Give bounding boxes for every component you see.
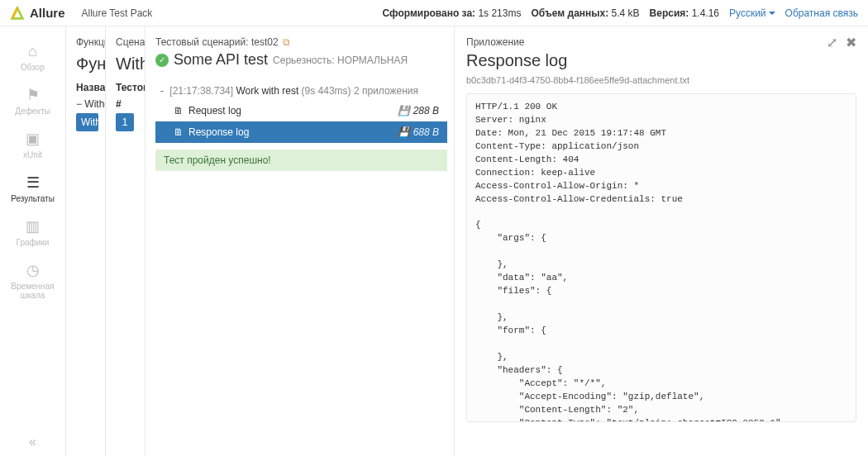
scen-tabs[interactable]: Сценарии [116,36,138,48]
gen-label: Сформировано за: [383,7,476,19]
attachment-request-log[interactable]: 🗎 Request log 💾288 B [155,100,447,121]
attachment-size: 288 B [413,105,439,116]
feedback-link[interactable]: Обратная связь [785,7,858,19]
close-icon[interactable]: ✖ [846,35,856,50]
ver-value: 1.4.16 [692,7,719,19]
step-name: Work with rest [236,85,298,97]
severity-value: НОРМАЛЬНАЯ [337,55,408,66]
attach-body[interactable]: HTTP/1.1 200 OK Server: nginx Date: Mon,… [466,93,856,422]
nav-overview[interactable]: ⌂ Обзор [0,36,65,80]
scen-row-1[interactable]: 1 [116,113,134,131]
scenario-head-name: test02 [251,36,279,48]
data-label: Объем данных: [531,7,608,19]
nav-xunit[interactable]: ▣ xUnit [0,124,65,168]
list-icon: ☰ [0,174,65,191]
collapse-sidebar-button[interactable]: « [0,435,65,449]
attach-title: Response log [466,51,856,70]
content: Функциональность Функциональность Назван… [66,26,868,456]
scenario-detail-pane: Тестовый сценарий: test02 ⧉ ✓ Some API t… [145,26,455,456]
scen-th-hash: # [116,98,138,110]
gen-value: 1s 213ms [478,7,521,19]
scenario-head-label: Тестовый сценарий: [155,36,249,48]
pass-banner: Тест пройден успешно! [155,150,447,171]
func-row-without-feature[interactable]: − Without feature [76,98,98,110]
ver-label: Версия: [650,7,689,19]
attach-label: Приложение [466,36,856,48]
sidebar: ⌂ Обзор ⚑ Дефекты ▣ xUnit ☰ Результаты ▥… [0,26,66,456]
status-ok-icon: ✓ [155,54,169,67]
bar-chart-icon: ▥ [0,218,65,235]
nav-results[interactable]: ☰ Результаты [0,168,65,211]
flag-icon: ⚑ [0,87,65,103]
attachment-name: Request log [188,105,241,116]
nav-defects[interactable]: ⚑ Дефекты [0,80,65,124]
allure-logo-icon [10,6,25,21]
brand-title: Allure [30,6,65,20]
functions-pane: Функциональность Функциональность Назван… [66,26,106,456]
xunit-icon: ▣ [0,131,65,147]
severity-label: Серьезность: [273,55,335,66]
file-icon: 🗎 [174,126,184,138]
file-icon: 🗎 [174,105,184,116]
attachment-response-log[interactable]: 🗎 Response log 💾688 B [155,121,447,143]
data-value: 5.4 kB [612,7,640,19]
nav-timeline[interactable]: ◷ Временная шкала [0,255,65,308]
step-timestamp: [21:17:38.734] [169,85,233,97]
step-header[interactable]: - [21:17:38.734] Work with rest (9s 443m… [155,82,447,100]
attach-filename: b0c3db71-d4f3-4750-8bb4-f186ee5ffe9d-att… [466,75,856,85]
scenario-title: Some API test [174,51,268,69]
clock-icon: ◷ [0,262,65,278]
home-icon: ⌂ [0,43,65,59]
copy-icon[interactable]: ⧉ [283,36,290,48]
func-tabs[interactable]: Функциональность [76,36,98,48]
save-icon: 💾 [398,126,410,138]
save-icon: 💾 [398,105,410,116]
scenarios-pane: Сценарии Without story Тестовые сценарии… [106,26,145,456]
func-row-without-story[interactable]: Without story [76,113,98,131]
language-dropdown[interactable]: Русский [729,7,775,19]
pack-name: Allure Test Pack [82,7,153,19]
attachment-size: 688 B [413,126,439,138]
nav-charts[interactable]: ▥ Графики [0,211,65,255]
step-duration: (9s 443ms) [302,85,351,97]
attachment-view-pane: ⤢ ✖ Приложение Response log b0c3db71-d4f… [455,26,868,456]
scen-th1: Тестовые сценарии [116,82,138,93]
func-col-header: Название [76,82,98,93]
step-attach-count: 2 приложения [354,85,418,97]
expand-icon[interactable]: ⤢ [827,35,837,50]
caret-down-icon [769,12,775,15]
func-title: Функциональность [76,55,98,74]
attachment-name: Response log [188,126,249,138]
app-header: Allure Allure Test Pack Сформировано за:… [0,0,868,26]
scen-title: Without story [116,55,138,74]
